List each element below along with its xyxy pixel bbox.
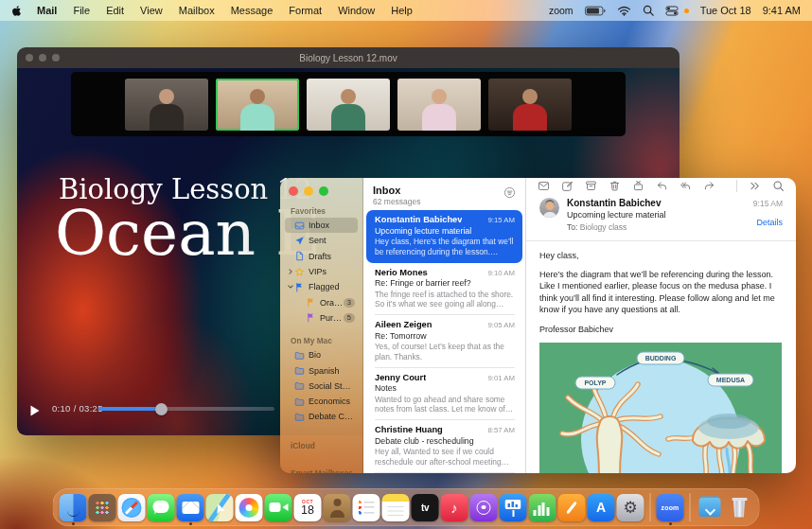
reply-icon[interactable] xyxy=(656,180,668,192)
folder-icon xyxy=(294,350,305,361)
sidebar-item-flagged[interactable]: Flagged xyxy=(285,279,358,294)
sidebar-item-spanish[interactable]: Spanish xyxy=(285,362,358,378)
body-paragraph: Here’s the diagram that we’ll be referen… xyxy=(539,269,783,316)
message-preview: Hey all, Wanted to see if we could resch… xyxy=(375,447,515,467)
battery-icon[interactable] xyxy=(585,6,606,16)
get-mail-icon[interactable] xyxy=(538,180,550,192)
sidebar-item-social-studies[interactable]: Social Studies xyxy=(285,379,358,394)
dock-numbers[interactable] xyxy=(528,494,557,521)
sidebar-item-inbox[interactable]: Inbox xyxy=(285,218,358,233)
sidebar-item-orange[interactable]: Orange3 xyxy=(285,294,358,309)
menu-message[interactable]: Message xyxy=(231,5,274,16)
sidebar-item-purple[interactable]: Purple5 xyxy=(285,310,358,326)
dock-safari[interactable] xyxy=(117,494,147,521)
menubar-time[interactable]: 9:41 AM xyxy=(763,5,801,16)
menu-format[interactable]: Format xyxy=(289,5,322,16)
dock-mail[interactable] xyxy=(176,494,205,521)
dock-launchpad[interactable] xyxy=(88,494,117,521)
email-subject: Upcoming lecture material xyxy=(567,210,666,220)
message-nerio-mones[interactable]: Nerio Mones9:10 AMRe: Fringe or barrier … xyxy=(366,263,522,316)
dock-reminders[interactable] xyxy=(352,494,381,521)
menu-edit[interactable]: Edit xyxy=(106,5,124,16)
menu-mailbox[interactable]: Mailbox xyxy=(179,5,215,16)
menu-help[interactable]: Help xyxy=(391,5,413,16)
dock-tv[interactable]: tv xyxy=(411,494,440,521)
seek-handle[interactable] xyxy=(155,403,168,415)
pages-icon xyxy=(558,494,586,521)
video-titlebar[interactable]: Biology Lesson 12.mov xyxy=(17,47,680,68)
menu-file[interactable]: File xyxy=(73,5,90,16)
mail-icon xyxy=(177,494,204,521)
dock-music[interactable]: ♪ xyxy=(440,494,469,521)
sidebar-item-label: Orange xyxy=(320,298,344,308)
more-icon[interactable] xyxy=(749,180,761,192)
message-konstantin-babichev[interactable]: Konstantin Babichev9:15 AMUpcoming lectu… xyxy=(366,210,522,263)
trash-icon[interactable] xyxy=(609,180,621,192)
dock-appstore[interactable]: A xyxy=(587,494,616,521)
dock-facetime[interactable] xyxy=(264,494,293,521)
spotlight-icon[interactable] xyxy=(643,5,654,16)
menu-mail[interactable]: Mail xyxy=(37,5,57,16)
dock-finder[interactable] xyxy=(59,494,88,521)
contacts-icon xyxy=(324,494,351,521)
wifi-icon[interactable] xyxy=(617,6,631,16)
compose-icon[interactable] xyxy=(561,180,574,192)
sidebar-item-debate-club[interactable]: Debate Club xyxy=(285,409,358,424)
dock-messages[interactable] xyxy=(147,494,176,521)
reply-all-icon[interactable] xyxy=(680,180,692,192)
dock-podcasts[interactable] xyxy=(469,494,499,521)
dock-calendar[interactable]: OCT18 xyxy=(293,494,323,521)
dock-notes[interactable] xyxy=(381,494,411,521)
message-christine-huang[interactable]: Christine Huang8:57 AMDebate club - resc… xyxy=(366,420,522,473)
archive-icon[interactable] xyxy=(585,180,597,192)
apple-menu-icon[interactable] xyxy=(11,5,22,17)
reading-pane: Konstantin Babichev Upcoming lecture mat… xyxy=(526,178,796,473)
chevron-down-icon[interactable] xyxy=(287,284,294,290)
screen-share-app-label[interactable]: zoom xyxy=(549,5,574,16)
message-time: 9:15 AM xyxy=(484,216,515,224)
filter-icon[interactable] xyxy=(503,186,516,199)
message-time: 9:05 AM xyxy=(484,321,515,329)
menu-window[interactable]: Window xyxy=(338,5,375,16)
safari-icon xyxy=(118,494,146,521)
play-button[interactable] xyxy=(30,405,40,416)
trash-icon xyxy=(726,494,753,521)
sidebar-section-on-my-mac: On My Mac xyxy=(285,334,358,347)
sidebar-item-label: VIPs xyxy=(309,267,327,276)
dock-pages[interactable] xyxy=(557,494,587,521)
sidebar-item-bio[interactable]: Bio xyxy=(285,347,358,362)
sidebar-item-sent[interactable]: Sent xyxy=(285,233,358,248)
junk-icon[interactable] xyxy=(632,180,644,192)
sidebar-item-vips[interactable]: VIPs xyxy=(285,264,358,279)
menu-view[interactable]: View xyxy=(140,5,163,16)
menubar-date[interactable]: Tue Oct 18 xyxy=(700,5,751,16)
chevron-right-icon[interactable] xyxy=(287,269,294,274)
dock-trash[interactable] xyxy=(725,494,754,521)
dock-zoom[interactable]: zoom xyxy=(656,494,685,521)
dock-keynote[interactable] xyxy=(499,494,528,521)
message-jenny-court[interactable]: Jenny Court9:01 AMNotesWanted to go ahea… xyxy=(366,368,522,421)
control-center-icon[interactable] xyxy=(665,6,679,16)
maps-icon xyxy=(206,494,234,521)
appstore-glyph: A xyxy=(596,500,606,515)
search-icon[interactable] xyxy=(772,180,785,192)
dock-settings[interactable]: ⚙ xyxy=(616,494,645,521)
sidebar-item-drafts[interactable]: Drafts xyxy=(285,249,358,264)
details-link[interactable]: Details xyxy=(753,218,783,227)
dock-contacts[interactable] xyxy=(323,494,352,521)
sidebar-item-economics[interactable]: Economics xyxy=(285,394,358,409)
seek-bar[interactable] xyxy=(98,407,274,411)
message-preview: Yes, of course! Let’s keep that as the p… xyxy=(375,342,515,362)
message-aileen-zeigen[interactable]: Aileen Zeigen9:05 AMRe: TomorrowYes, of … xyxy=(366,315,522,368)
photos-icon xyxy=(236,494,263,521)
podcasts-icon xyxy=(470,494,498,521)
forward-icon[interactable] xyxy=(703,180,715,192)
mail-traffic-lights[interactable] xyxy=(289,186,358,196)
dock-maps[interactable] xyxy=(205,494,235,521)
dock-photos[interactable] xyxy=(235,494,264,521)
menu-items: MailFileEditViewMailboxMessageFormatWind… xyxy=(37,5,413,16)
video-traffic-lights[interactable] xyxy=(26,54,60,62)
message-darla-davidson[interactable]: Darla Davidson8:55 AMTomorrow’s classAs … xyxy=(366,473,522,474)
dock-downloads[interactable] xyxy=(696,494,725,521)
medusa-label: MEDUSA xyxy=(716,377,745,383)
